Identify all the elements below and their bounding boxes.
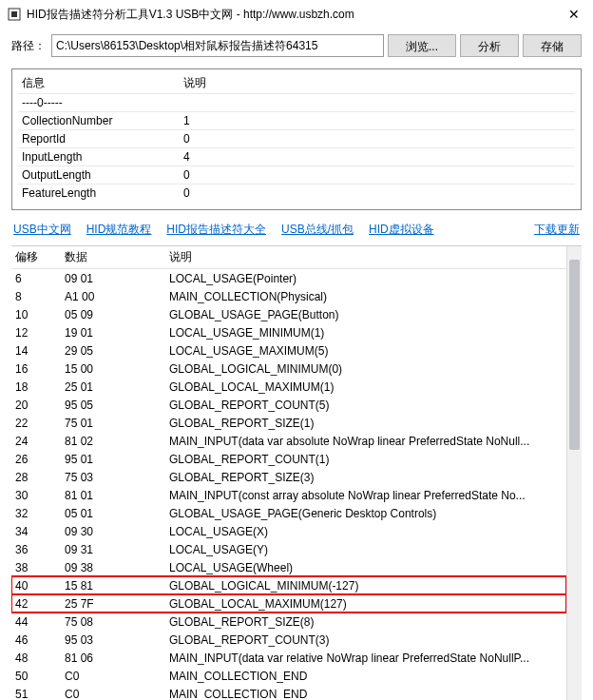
data-row[interactable]: 4225 7FGLOBAL_LOCAL_MAXIMUM(127) xyxy=(11,594,566,612)
cell-offset: 34 xyxy=(11,522,61,540)
path-input[interactable] xyxy=(51,34,384,57)
cell-offset: 40 xyxy=(11,576,61,594)
cell-offset: 24 xyxy=(11,432,61,450)
cell-data: A1 00 xyxy=(61,287,165,305)
scrollbar-thumb[interactable] xyxy=(569,260,580,450)
info-col-name: 信息 xyxy=(18,73,180,94)
cell-desc: LOCAL_USAGE(Y) xyxy=(165,540,566,558)
link-hid-spec[interactable]: HID规范教程 xyxy=(86,222,152,238)
data-row[interactable]: 4475 08GLOBAL_REPORT_SIZE(8) xyxy=(11,612,566,631)
title-bar: HID报告描述符分析工具V1.3 USB中文网 - http://www.usb… xyxy=(0,0,593,29)
cell-offset: 10 xyxy=(11,305,61,323)
cell-data: 81 02 xyxy=(61,432,165,450)
info-key: ReportId xyxy=(18,130,180,148)
svg-rect-1 xyxy=(11,11,17,17)
cell-offset: 8 xyxy=(11,287,61,305)
cell-data: 09 38 xyxy=(61,558,165,576)
data-row[interactable]: 1219 01LOCAL_USAGE_MINIMUM(1) xyxy=(11,323,566,341)
data-row[interactable]: 609 01LOCAL_USAGE(Pointer) xyxy=(11,269,566,288)
link-update[interactable]: 下载更新 xyxy=(534,222,580,238)
info-val: 4 xyxy=(180,148,575,166)
col-data: 数据 xyxy=(61,246,165,269)
cell-offset: 38 xyxy=(11,558,61,576)
cell-data: 09 01 xyxy=(61,269,165,288)
cell-desc: GLOBAL_LOCAL_MAXIMUM(127) xyxy=(165,594,566,612)
info-row[interactable]: ReportId0 xyxy=(18,130,575,148)
cell-offset: 30 xyxy=(11,486,61,504)
cell-offset: 14 xyxy=(11,341,61,360)
data-row[interactable]: 1005 09GLOBAL_USAGE_PAGE(Button) xyxy=(11,305,566,323)
data-row[interactable]: 4695 03GLOBAL_REPORT_COUNT(3) xyxy=(11,631,566,649)
cell-data: 95 03 xyxy=(61,631,165,649)
vertical-scrollbar[interactable] xyxy=(566,246,582,700)
cell-data: C0 xyxy=(61,667,165,685)
data-row[interactable]: 2275 01GLOBAL_REPORT_SIZE(1) xyxy=(11,414,566,432)
cell-data: 81 01 xyxy=(61,486,165,504)
cell-desc: MAIN_INPUT(data var relative NoWrap line… xyxy=(165,649,566,667)
cell-desc: LOCAL_USAGE_MAXIMUM(5) xyxy=(165,341,566,360)
link-usb-cn[interactable]: USB中文网 xyxy=(13,222,71,238)
cell-data: 05 01 xyxy=(61,504,165,522)
data-row[interactable]: 2875 03GLOBAL_REPORT_SIZE(3) xyxy=(11,468,566,486)
data-table-wrap: 偏移 数据 说明 609 01LOCAL_USAGE(Pointer)8A1 0… xyxy=(11,246,566,700)
cell-desc: GLOBAL_LOGICAL_MINIMUM(0) xyxy=(165,360,566,378)
data-row[interactable]: 3081 01MAIN_INPUT(const array absolute N… xyxy=(11,486,566,504)
info-key: FeatureLength xyxy=(18,185,180,203)
data-row[interactable]: 3205 01GLOBAL_USAGE_PAGE(Generic Desktop… xyxy=(11,504,566,522)
window-title: HID报告描述符分析工具V1.3 USB中文网 - http://www.usb… xyxy=(27,7,563,23)
cell-offset: 50 xyxy=(11,667,61,685)
cell-desc: GLOBAL_LOCAL_MAXIMUM(1) xyxy=(165,378,566,396)
cell-offset: 12 xyxy=(11,323,61,341)
link-hid-virtual[interactable]: HID虚拟设备 xyxy=(369,222,434,238)
data-row[interactable]: 4015 81GLOBAL_LOGICAL_MINIMUM(-127) xyxy=(11,576,566,594)
data-row[interactable]: 50C0MAIN_COLLECTION_END xyxy=(11,667,566,685)
data-row[interactable]: 1429 05LOCAL_USAGE_MAXIMUM(5) xyxy=(11,341,566,360)
analyze-button[interactable]: 分析 xyxy=(460,34,519,57)
path-row: 路径： 浏览... 分析 存储 xyxy=(0,29,593,63)
data-row[interactable]: 51C0MAIN_COLLECTION_END xyxy=(11,685,566,700)
cell-offset: 44 xyxy=(11,612,61,631)
link-hid-descriptors[interactable]: HID报告描述符大全 xyxy=(166,222,266,238)
info-row[interactable]: ----0----- xyxy=(18,94,575,112)
info-row[interactable]: FeatureLength0 xyxy=(18,185,575,203)
link-bar: USB中文网 HID规范教程 HID报告描述符大全 USB总线/抓包 HID虚拟… xyxy=(0,216,593,243)
cell-offset: 32 xyxy=(11,504,61,522)
data-row[interactable]: 3809 38LOCAL_USAGE(Wheel) xyxy=(11,558,566,576)
save-button[interactable]: 存储 xyxy=(523,34,582,57)
data-row[interactable]: 3409 30LOCAL_USAGE(X) xyxy=(11,522,566,540)
data-row[interactable]: 4881 06MAIN_INPUT(data var relative NoWr… xyxy=(11,649,566,667)
link-usb-bus[interactable]: USB总线/抓包 xyxy=(281,222,354,238)
data-row[interactable]: 3609 31LOCAL_USAGE(Y) xyxy=(11,540,566,558)
cell-desc: GLOBAL_USAGE_PAGE(Button) xyxy=(165,305,566,323)
data-row[interactable]: 1825 01GLOBAL_LOCAL_MAXIMUM(1) xyxy=(11,378,566,396)
info-col-desc: 说明 xyxy=(180,73,575,94)
info-row[interactable]: CollectionNumber1 xyxy=(18,112,575,130)
info-row[interactable]: InputLength4 xyxy=(18,148,575,166)
cell-desc: LOCAL_USAGE(Wheel) xyxy=(165,558,566,576)
info-key: OutputLength xyxy=(18,166,180,185)
info-val: 0 xyxy=(180,185,575,203)
cell-data: 29 05 xyxy=(61,341,165,360)
cell-offset: 36 xyxy=(11,540,61,558)
data-row[interactable]: 8A1 00MAIN_COLLECTION(Physical) xyxy=(11,287,566,305)
cell-desc: LOCAL_USAGE(Pointer) xyxy=(165,269,566,288)
info-row[interactable]: OutputLength0 xyxy=(18,166,575,185)
info-key: ----0----- xyxy=(18,94,180,112)
info-val: 0 xyxy=(180,166,575,185)
close-button[interactable]: ✕ xyxy=(563,3,585,26)
cell-desc: GLOBAL_REPORT_COUNT(5) xyxy=(165,396,566,414)
cell-data: C0 xyxy=(61,685,165,700)
cell-data: 75 03 xyxy=(61,468,165,486)
data-row[interactable]: 2481 02MAIN_INPUT(data var absolute NoWr… xyxy=(11,432,566,450)
cell-offset: 6 xyxy=(11,269,61,288)
info-val: 1 xyxy=(180,112,575,130)
data-row[interactable]: 1615 00GLOBAL_LOGICAL_MINIMUM(0) xyxy=(11,360,566,378)
browse-button[interactable]: 浏览... xyxy=(388,34,456,57)
data-row[interactable]: 2695 01GLOBAL_REPORT_COUNT(1) xyxy=(11,450,566,468)
cell-data: 75 01 xyxy=(61,414,165,432)
info-key: InputLength xyxy=(18,148,180,166)
cell-offset: 20 xyxy=(11,396,61,414)
data-row[interactable]: 2095 05GLOBAL_REPORT_COUNT(5) xyxy=(11,396,566,414)
cell-desc: MAIN_COLLECTION_END xyxy=(165,685,566,700)
cell-desc: GLOBAL_REPORT_SIZE(1) xyxy=(165,414,566,432)
